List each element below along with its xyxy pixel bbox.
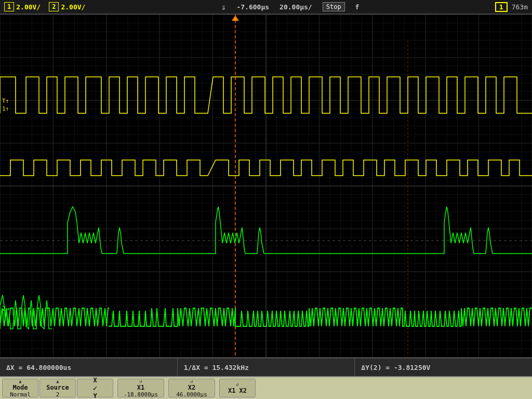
- x1x2-button[interactable]: ↺ X1 X2: [219, 379, 256, 397]
- ch2-value: 2.00V/: [61, 3, 85, 11]
- mode-value: Normal: [10, 391, 31, 398]
- status-bar: ΔX = 64.800000us 1/ΔX = 15.432kHz ΔY(2) …: [0, 357, 532, 376]
- header-right: 1 763m: [495, 2, 528, 12]
- x-check: ✓: [93, 384, 97, 392]
- source-arrow-icon: ▲: [56, 379, 59, 384]
- waveform-svg: T↑ 1↑ 2→: [0, 15, 532, 357]
- x1-left-arrow-icon: ↺: [139, 379, 142, 384]
- source-button[interactable]: ▲ Source 2: [39, 379, 76, 397]
- time-div: 20.00μs/: [280, 3, 312, 11]
- xy-button[interactable]: X ✓ Y: [77, 379, 113, 397]
- ch2-lower-trace: [0, 308, 532, 326]
- ch1-value: 2.00V/: [16, 3, 41, 11]
- ch1-header: 1 2.00V/: [4, 2, 41, 11]
- time-offset: -7.600μs: [236, 3, 269, 11]
- x1-value: -18.8000μs: [124, 391, 158, 398]
- ch2-number: 2: [49, 2, 59, 11]
- header-center: ⇓ -7.600μs 20.00μs/ Stop f: [94, 2, 486, 12]
- x-label: X: [93, 377, 97, 384]
- scope-display: T↑ 1↑ 2→: [0, 15, 532, 357]
- x2-button[interactable]: ↺ X2 46.0000μs: [168, 379, 215, 397]
- x2-refresh-icon: ↺: [190, 379, 193, 384]
- measurement-value: 763m: [512, 3, 528, 11]
- mode-label: Mode: [13, 384, 28, 391]
- y-label: Y: [93, 392, 97, 399]
- x2-value: 46.0000μs: [176, 391, 207, 398]
- x1-label: X1: [137, 384, 144, 391]
- delta-x-label: ΔX = 64.800000us: [6, 364, 71, 371]
- trigger-icon: ⇓: [221, 2, 227, 12]
- stop-status: Stop: [323, 2, 345, 11]
- x2-label: X2: [188, 384, 195, 391]
- ch2-header: 2 2.00V/: [49, 2, 85, 11]
- source-label: Source: [46, 384, 69, 391]
- svg-text:1↑: 1↑: [2, 105, 9, 112]
- svg-text:T↑: T↑: [2, 98, 9, 104]
- x1x2-arrow-icon: ↺: [236, 382, 238, 387]
- delta-y-label: ΔY(2) = -3.81250V: [361, 364, 430, 371]
- inv-delta-x-label: 1/ΔX = 15.432kHz: [184, 364, 249, 371]
- x1x2-label: X1 X2: [228, 387, 247, 394]
- controls-bar: ▲ Mode Normal ▲ Source 2 X ✓ Y ↺ X1 -18.…: [0, 376, 532, 399]
- mode-button[interactable]: ▲ Mode Normal: [2, 379, 38, 397]
- mode-arrow-icon: ▲: [19, 379, 21, 384]
- svg-text:2→: 2→: [2, 305, 9, 312]
- oscilloscope-header: 1 2.00V/ 2 2.00V/ ⇓ -7.600μs 20.00μs/ St…: [0, 0, 532, 15]
- ch1-number: 1: [4, 2, 14, 11]
- trigger-symbol: f: [355, 3, 360, 11]
- ch-box-num: 1: [495, 2, 508, 12]
- delta-x-status: ΔX = 64.800000us: [0, 358, 178, 376]
- svg-marker-4: [232, 16, 239, 21]
- delta-y-status: ΔY(2) = -3.81250V: [355, 358, 532, 376]
- inv-delta-x-status: 1/ΔX = 15.432kHz: [178, 358, 355, 376]
- source-value: 2: [56, 391, 60, 398]
- x1-button[interactable]: ↺ X1 -18.8000μs: [117, 379, 164, 397]
